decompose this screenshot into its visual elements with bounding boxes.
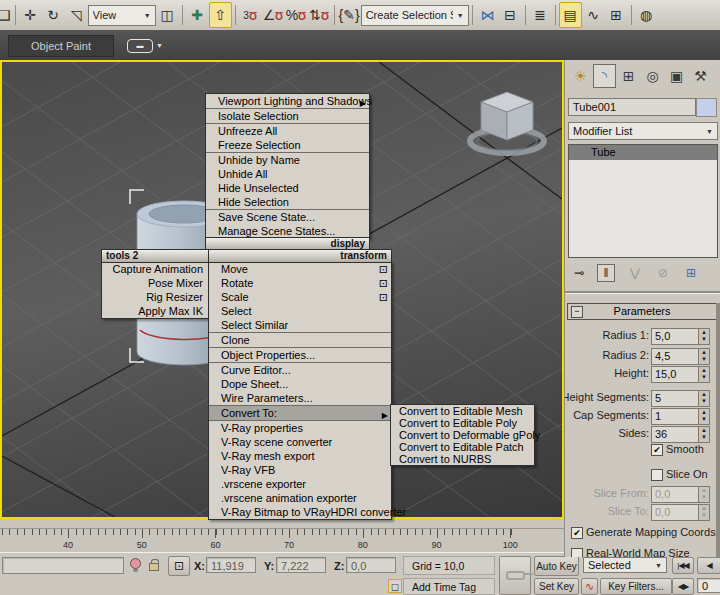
menu-item[interactable]: Object Properties... <box>209 348 391 363</box>
show-end-result-icon[interactable]: ‖ <box>597 264 615 282</box>
panel-tab-display[interactable]: ▣ <box>665 64 688 88</box>
tab-object-paint[interactable]: Object Paint <box>8 35 114 57</box>
settings-box-icon[interactable]: ⊡ <box>379 262 388 276</box>
spinner-arrows[interactable]: ▲▼ <box>698 408 710 425</box>
menu-item[interactable]: V-Ray properties <box>209 421 391 435</box>
menu-item[interactable]: Convert to Deformable gPoly <box>391 429 534 441</box>
percent-snap-icon[interactable]: %Ω <box>285 2 308 28</box>
named-selection-sets-dropdown[interactable]: Create Selection Se▼ <box>361 5 469 26</box>
new-key-settings-icon[interactable]: ∿ <box>581 578 598 595</box>
select-and-rotate-icon[interactable]: ↻ <box>42 2 65 28</box>
prompt-bulb-icon[interactable] <box>130 558 141 572</box>
menu-item[interactable]: Rotate⊡ <box>209 276 391 290</box>
modifier-list-dropdown[interactable]: Modifier List ▼ <box>568 122 718 140</box>
menu-item[interactable]: Rig Resizer <box>102 290 209 304</box>
z-coord-field[interactable]: 0,0 <box>346 557 396 573</box>
maxscript-mini-listener[interactable] <box>2 557 124 574</box>
menu-item[interactable]: V-Ray Bitmap to VRayHDRI converter <box>209 505 391 519</box>
absolute-offset-toggle[interactable]: ⊡ <box>168 556 190 576</box>
menu-item[interactable]: Hide Unselected <box>206 181 369 195</box>
slice-on-checkbox[interactable] <box>651 469 663 481</box>
layer-manager-icon[interactable]: ≣ <box>529 2 552 28</box>
parameter-field[interactable]: 0,0 <box>651 504 701 521</box>
spinner-arrows[interactable]: ▲▼ <box>698 366 710 383</box>
menu-item[interactable]: V-Ray VFB <box>209 463 391 477</box>
panel-tab-modify[interactable]: ◝ <box>593 64 616 88</box>
scene-explorer-icon[interactable]: ▤ <box>559 2 582 28</box>
menu-item[interactable]: Convert to Editable Mesh <box>391 405 534 417</box>
chevron-down-icon[interactable]: ▼ <box>156 42 163 49</box>
menu-item[interactable]: Unfreeze All <box>206 124 369 138</box>
auto-key-button[interactable]: Auto Key <box>534 556 579 576</box>
mirror-icon[interactable]: ⋈ <box>476 2 499 28</box>
menu-item[interactable]: .vrscene animation exporter <box>209 491 391 505</box>
select-and-move-icon[interactable]: ✛ <box>19 2 42 28</box>
x-coord-field[interactable]: 11,919 <box>206 557 256 573</box>
key-filters-button[interactable]: Key Filters... <box>600 578 672 595</box>
menu-item[interactable]: Dope Sheet... <box>209 377 391 391</box>
pin-stack-icon[interactable]: ⊸ <box>569 266 589 280</box>
time-configuration-key-button[interactable] <box>499 556 531 595</box>
menu-item[interactable]: Convert to Editable Patch <box>391 441 534 453</box>
menu-item[interactable]: V-Ray scene converter <box>209 435 391 449</box>
object-color-swatch[interactable] <box>696 98 717 117</box>
isolate-selection-toggle[interactable]: ◻ <box>388 579 402 593</box>
align-icon[interactable]: ⊟ <box>499 2 522 28</box>
menu-item[interactable]: Select Similar <box>209 318 391 333</box>
menu-item[interactable]: Hide Selection <box>206 195 369 210</box>
menu-item[interactable]: Select <box>209 304 391 318</box>
spinner-arrows[interactable]: ▲▼ <box>698 348 710 365</box>
spinner-arrows[interactable]: ▲▼ <box>698 486 710 503</box>
select-and-scale-icon[interactable]: ◹ <box>65 2 88 28</box>
panel-tab-utilities[interactable]: ⚒ <box>689 64 712 88</box>
menu-item[interactable]: Save Scene State... <box>206 210 369 224</box>
menu-item[interactable]: Convert to Editable Poly <box>391 417 534 429</box>
panel-tab-hierarchy[interactable]: ⊞ <box>617 64 640 88</box>
use-pivot-center-icon[interactable]: ◫ <box>156 2 179 28</box>
set-key-button[interactable]: Set Key <box>534 578 579 595</box>
settings-box-icon[interactable]: ⊡ <box>379 290 388 304</box>
menu-item[interactable]: Move⊡ <box>209 262 391 276</box>
smooth-checkbox[interactable]: ✔ <box>651 444 663 456</box>
y-coord-field[interactable]: 7,222 <box>276 557 326 573</box>
schematic-view-icon[interactable]: ⊞ <box>605 2 628 28</box>
selection-lock-icon[interactable] <box>149 563 159 571</box>
parameter-field[interactable]: 36 <box>651 426 701 443</box>
edit-named-selection-sets-icon[interactable]: {✎} <box>338 2 361 28</box>
spinner-arrows[interactable]: ▲▼ <box>698 426 710 443</box>
parameter-field[interactable]: 5,0 <box>651 328 701 345</box>
menu-item[interactable]: Curve Editor... <box>209 363 391 377</box>
menu-item[interactable]: Viewport Lighting and Shadows▶ <box>206 94 369 109</box>
current-frame-field[interactable]: 0 <box>697 578 720 593</box>
menu-item[interactable]: Freeze Selection <box>206 138 369 153</box>
menu-item[interactable]: Clone <box>209 333 391 348</box>
parameter-field[interactable]: 15,0 <box>651 366 701 383</box>
parameter-field[interactable]: 0,0 <box>651 486 701 503</box>
add-time-tag[interactable]: Add Time Tag <box>403 578 495 595</box>
menu-item[interactable]: Apply Max IK <box>102 304 209 318</box>
generate-mapping-checkbox[interactable]: ✔ <box>571 527 583 539</box>
menu-item[interactable]: Unhide by Name <box>206 153 369 167</box>
previous-frame-button[interactable]: ◀ <box>697 557 720 574</box>
key-mode-toggle[interactable]: ◀▶ <box>672 578 694 595</box>
panel-scrollbar[interactable] <box>716 303 720 557</box>
menu-item[interactable]: .vrscene exporter <box>209 477 391 491</box>
menu-item[interactable]: V-Ray mesh export <box>209 449 391 463</box>
menu-item[interactable]: Isolate Selection <box>206 109 369 124</box>
spinner-arrows[interactable]: ▲▼ <box>698 504 710 521</box>
window-crossing-icon[interactable]: ❏ <box>0 2 12 28</box>
configure-modifier-sets-icon[interactable]: ⊞ <box>681 266 701 280</box>
snaps-toggle-icon[interactable]: 3Ω <box>239 2 262 28</box>
keyboard-override-icon[interactable]: ⇧ <box>209 2 232 28</box>
go-to-start-button[interactable]: |◀◀ <box>672 557 694 574</box>
spinner-arrows[interactable]: ▲▼ <box>698 328 710 345</box>
parameters-rollout-header[interactable]: − Parameters <box>567 303 717 320</box>
settings-box-icon[interactable]: ⊡ <box>379 276 388 290</box>
parameter-field[interactable]: 4,5 <box>651 348 701 365</box>
modifier-stack[interactable]: Tube <box>568 144 718 258</box>
panel-tab-motion[interactable]: ◎ <box>641 64 664 88</box>
parameter-field[interactable]: 5 <box>651 390 701 407</box>
menu-item[interactable]: Wire Parameters... <box>209 391 391 406</box>
menu-item[interactable]: Pose Mixer <box>102 276 209 290</box>
menu-item[interactable]: Unhide All <box>206 167 369 181</box>
